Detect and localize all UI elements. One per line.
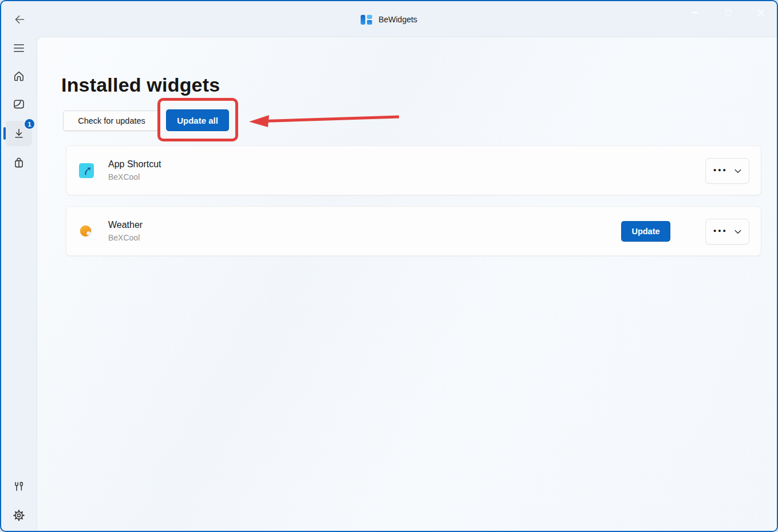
- sidebar-item-menu[interactable]: [6, 36, 32, 61]
- app-title: BeWidgets: [378, 15, 417, 24]
- selected-indicator-pill: [3, 127, 6, 140]
- widget-publisher: BeXCool: [108, 233, 140, 242]
- maximize-icon: [725, 10, 731, 15]
- settings-gear-icon: [12, 509, 26, 522]
- update-all-button[interactable]: Update all: [166, 109, 229, 131]
- widget-card-weather: Weather BeXCool Update •••: [66, 206, 761, 256]
- close-button[interactable]: [744, 1, 777, 24]
- sidebar-item-widgets[interactable]: [6, 92, 32, 117]
- app-title-group: BeWidgets: [1, 11, 777, 27]
- sidebar-item-downloads[interactable]: 1: [6, 121, 32, 146]
- tools-icon: [12, 480, 26, 494]
- annotation-red-arrow: [248, 112, 404, 131]
- ellipsis-icon: •••: [713, 165, 728, 175]
- download-icon: [12, 127, 26, 140]
- sidebar-item-store[interactable]: [6, 150, 32, 175]
- more-options-button[interactable]: •••: [705, 219, 749, 245]
- shopping-bag-icon: [12, 156, 26, 170]
- sidebar-item-tools[interactable]: [6, 474, 32, 499]
- sidebar-item-settings[interactable]: [6, 503, 32, 528]
- titlebar: BeWidgets: [1, 1, 777, 37]
- widget-card-app-shortcut: App Shortcut BeXCool •••: [66, 145, 761, 195]
- downloads-count-badge: 1: [25, 119, 34, 129]
- close-icon: [757, 9, 764, 16]
- sidebar-item-home[interactable]: [6, 64, 32, 89]
- weather-icon: [79, 224, 94, 239]
- hamburger-menu-icon: [12, 41, 26, 55]
- home-icon: [12, 69, 26, 83]
- window-controls: [679, 1, 777, 24]
- widget-title: Weather: [108, 220, 143, 230]
- sidebar-nav: 1: [1, 1, 37, 531]
- chevron-down-icon: [734, 169, 741, 174]
- page-title: Installed widgets: [61, 74, 220, 96]
- app-shortcut-icon: [79, 163, 94, 178]
- widget-title: App Shortcut: [108, 159, 161, 170]
- bewidgets-logo-icon: [361, 14, 372, 25]
- content-panel: Installed widgets Check for updates Upda…: [37, 37, 777, 531]
- widget-publisher: BeXCool: [108, 172, 140, 182]
- minimize-button[interactable]: [679, 1, 712, 24]
- widgets-icon: [12, 97, 26, 111]
- update-button[interactable]: Update: [621, 221, 670, 242]
- app-window: BeWidgets: [0, 0, 778, 532]
- check-for-updates-button[interactable]: Check for updates: [63, 111, 160, 131]
- minimize-icon: [692, 12, 698, 13]
- chevron-down-icon: [734, 230, 741, 234]
- maximize-button[interactable]: [712, 1, 744, 24]
- more-options-button[interactable]: •••: [705, 158, 749, 184]
- ellipsis-icon: •••: [713, 226, 728, 235]
